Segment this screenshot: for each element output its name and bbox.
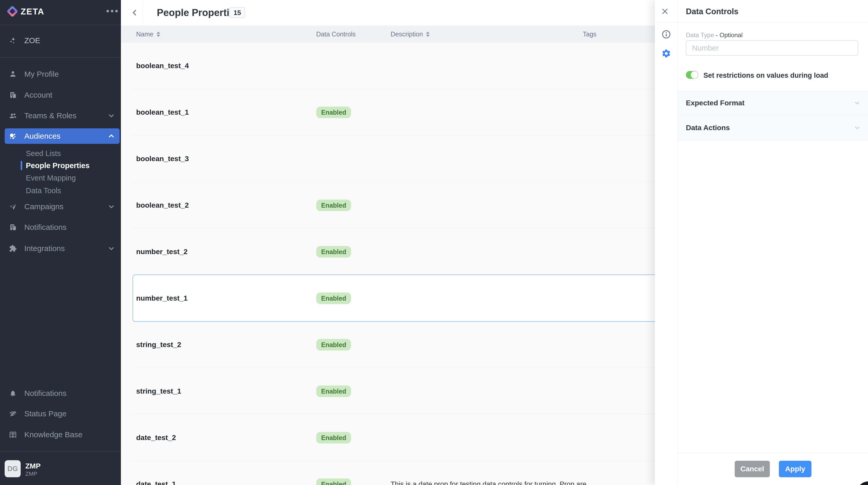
sidebar-item-integrations[interactable]: Integrations xyxy=(0,241,121,256)
expected-format-section[interactable]: Expected Format xyxy=(678,91,868,115)
property-name: boolean_test_4 xyxy=(136,62,189,70)
property-name: boolean_test_2 xyxy=(136,201,189,209)
gear-icon[interactable] xyxy=(661,48,672,59)
section-label: Data Actions xyxy=(686,124,730,132)
user-name: ZMP xyxy=(25,462,40,470)
data-type-input[interactable] xyxy=(686,40,858,56)
info-icon[interactable] xyxy=(661,29,672,40)
sidebar-item-label: Seed Lists xyxy=(26,149,61,158)
user-org: ZMP xyxy=(25,471,37,477)
chevron-up-icon xyxy=(108,133,115,139)
sidebar-item-label: Data Tools xyxy=(26,187,61,195)
chevron-down-icon xyxy=(108,203,115,210)
sidebar-item-status-page[interactable]: Status Page xyxy=(0,406,121,421)
chevron-down-icon xyxy=(854,100,861,106)
people-icon xyxy=(8,111,17,120)
drawer-header: Data Controls xyxy=(655,0,868,23)
drawer-title: Data Controls xyxy=(686,7,738,16)
zeta-logo-text: ZETA xyxy=(21,7,44,17)
sidebar-item-label: Account xyxy=(24,91,52,99)
sidebar-item-label: Notifications xyxy=(24,389,66,398)
sidebar-item-knowledge-base[interactable]: Knowledge Base xyxy=(0,427,121,442)
paper-plane-icon xyxy=(8,202,17,211)
apply-button[interactable]: Apply xyxy=(779,461,811,477)
drawer-footer: Cancel Apply xyxy=(678,453,868,485)
sidebar-item-label: Integrations xyxy=(24,244,65,253)
active-indicator-bar xyxy=(21,161,22,170)
user-avatar[interactable]: DG xyxy=(5,460,21,477)
bell-icon xyxy=(8,389,17,398)
chevron-down-icon xyxy=(854,125,861,131)
chevron-down-icon xyxy=(108,245,115,252)
sidebar-item-zoe[interactable]: ZOE xyxy=(0,33,121,48)
back-button[interactable] xyxy=(129,7,141,19)
zeta-logo-icon xyxy=(6,5,18,17)
divider xyxy=(0,57,121,58)
sidebar-item-label: Event Mapping xyxy=(26,174,76,182)
sidebar-item-teams-roles[interactable]: Teams & Roles xyxy=(0,108,121,124)
column-label: Tags xyxy=(583,30,596,38)
sort-icon[interactable] xyxy=(157,32,160,37)
status-badge: Enabled xyxy=(316,385,351,397)
sidebar-item-label: My Profile xyxy=(24,70,59,78)
sidebar-item-notifications-bottom[interactable]: Notifications xyxy=(0,386,121,401)
sparkles-icon xyxy=(8,36,17,45)
sidebar-item-event-mapping[interactable]: Event Mapping xyxy=(0,172,121,183)
field-label: Data Type xyxy=(686,32,714,38)
data-type-label: Data Type - Optional xyxy=(686,32,743,39)
property-name: number_test_2 xyxy=(136,248,188,256)
toggle-knob xyxy=(691,71,698,78)
status-badge: Enabled xyxy=(316,339,351,351)
sidebar-item-label: Notifications xyxy=(24,223,66,232)
sidebar-item-label: Status Page xyxy=(24,409,66,418)
data-actions-section[interactable]: Data Actions xyxy=(678,115,868,141)
property-name: boolean_test_3 xyxy=(136,155,189,163)
column-label: Description xyxy=(391,30,423,38)
sidebar-item-label: ZOE xyxy=(24,36,40,45)
column-header-name[interactable]: Name xyxy=(136,30,160,38)
page-title: People Properties xyxy=(157,7,240,18)
sidebar-item-my-profile[interactable]: My Profile xyxy=(0,66,121,82)
sidebar-item-notifications[interactable]: Notifications xyxy=(0,220,121,235)
logo-row: ZETA xyxy=(0,0,121,25)
divider xyxy=(143,0,143,26)
status-badge: Enabled xyxy=(316,432,351,444)
audiences-bubbles-icon xyxy=(8,132,17,140)
restrictions-toggle-label: Set restrictions on values during load xyxy=(704,71,828,79)
book-icon xyxy=(8,430,17,439)
column-header-data-controls: Data Controls xyxy=(316,30,356,38)
column-header-description[interactable]: Description xyxy=(391,30,430,38)
sidebar-item-label: Campaigns xyxy=(24,202,64,211)
restrictions-toggle[interactable] xyxy=(686,71,698,79)
sidebar-item-campaigns[interactable]: Campaigns xyxy=(0,199,121,214)
property-name: string_test_2 xyxy=(136,341,181,349)
drawer-content: Data Type - Optional Set restrictions on… xyxy=(678,23,868,485)
status-badge: Enabled xyxy=(316,246,351,257)
puzzle-icon xyxy=(8,244,17,253)
sidebar-item-account[interactable]: Account xyxy=(0,87,121,103)
status-badge: Enabled xyxy=(316,478,351,485)
avatar-initials: DG xyxy=(7,465,18,473)
sidebar-item-data-tools[interactable]: Data Tools xyxy=(0,185,121,196)
section-label: Expected Format xyxy=(686,99,745,107)
property-name: string_test_1 xyxy=(136,387,181,395)
sidebar-item-seed-lists[interactable]: Seed Lists xyxy=(0,148,121,159)
signal-icon xyxy=(8,409,17,418)
sidebar-item-audiences[interactable]: Audiences xyxy=(5,128,120,144)
column-label: Name xyxy=(136,30,153,38)
sidebar-item-people-properties[interactable]: People Properties xyxy=(0,160,121,171)
property-name: date_test_1 xyxy=(136,480,176,485)
status-badge: Enabled xyxy=(316,106,351,118)
sort-icon[interactable] xyxy=(426,32,430,37)
building-icon xyxy=(8,91,17,99)
sidebar-item-label: Teams & Roles xyxy=(24,111,76,120)
status-badge: Enabled xyxy=(316,292,351,304)
cancel-button[interactable]: Cancel xyxy=(735,461,770,477)
property-name: boolean_test_1 xyxy=(136,108,189,117)
ellipsis-menu-icon[interactable] xyxy=(106,10,118,12)
sidebar-item-label: Knowledge Base xyxy=(24,430,83,439)
property-name: date_test_2 xyxy=(136,433,176,442)
sidebar-item-label: Audiences xyxy=(24,132,60,140)
data-controls-drawer: Data Controls Data Type - Optional Set r… xyxy=(655,0,868,485)
building-icon xyxy=(8,223,17,232)
